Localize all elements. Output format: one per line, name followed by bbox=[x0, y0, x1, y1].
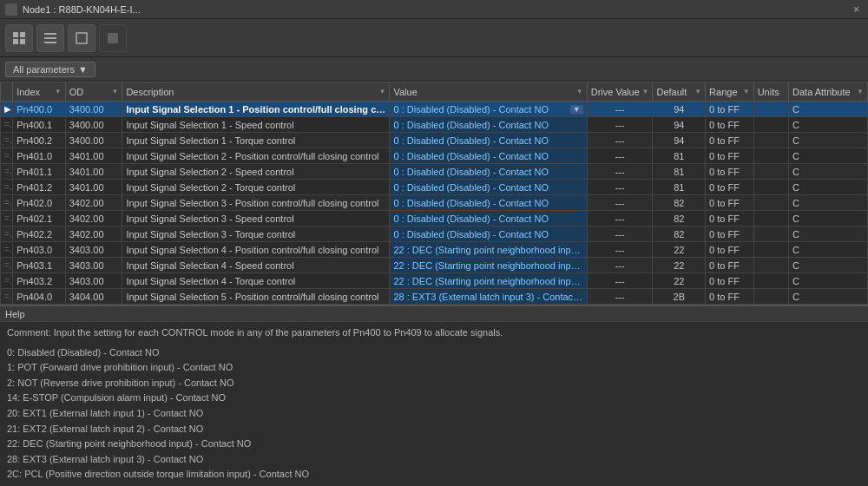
row-value-cell[interactable]: 0 : Disabled (Disabled) - Contact NO bbox=[390, 195, 587, 211]
col-header-drive[interactable]: Drive Value ▼ bbox=[587, 82, 653, 102]
row-value-cell[interactable]: 22 : DEC (Starting point neighborhood in… bbox=[390, 258, 587, 273]
row-index-cell: Pn401.2 bbox=[13, 180, 66, 195]
all-parameters-filter[interactable]: All parameters ▼ bbox=[5, 62, 95, 77]
table-row[interactable]: =Pn401.13401.00Input Signal Selection 2 … bbox=[1, 164, 868, 180]
row-data-attr-cell: C bbox=[789, 258, 868, 273]
row-units-cell bbox=[753, 133, 788, 148]
col-header-range[interactable]: Range ▼ bbox=[706, 82, 754, 102]
filter-label: All parameters bbox=[13, 64, 75, 75]
row-desc-cell: Input Signal Selection 4 - Position cont… bbox=[122, 242, 390, 258]
row-data-attr-cell: C bbox=[789, 211, 868, 227]
svg-rect-4 bbox=[44, 33, 56, 35]
row-marker-cell: = bbox=[1, 117, 13, 133]
row-value-cell[interactable]: 0 : Disabled (Disabled) - Contact NO bbox=[390, 117, 587, 133]
row-od-cell: 3402.00 bbox=[65, 195, 122, 211]
table-row[interactable]: =Pn401.23401.00Input Signal Selection 2 … bbox=[1, 180, 868, 195]
row-default-cell: 82 bbox=[653, 211, 706, 227]
parameters-table: Index ▼ OD ▼ Description ▼ bbox=[0, 82, 868, 305]
row-index-cell: Pn401.1 bbox=[13, 164, 66, 180]
row-od-cell: 3401.00 bbox=[65, 148, 122, 164]
window-title: Node1 : R88D-KN04H-E-I... bbox=[23, 4, 850, 15]
row-od-cell: 3401.00 bbox=[65, 164, 122, 180]
row-default-cell: 94 bbox=[653, 117, 706, 133]
col-header-units[interactable]: Units bbox=[753, 82, 788, 102]
row-range-cell: 0 to FF bbox=[706, 102, 754, 117]
row-od-cell: 3400.00 bbox=[65, 117, 122, 133]
row-drive-cell: --- bbox=[587, 133, 653, 148]
dropdown-arrow-icon[interactable]: ▼ bbox=[570, 105, 583, 114]
row-marker-cell: = bbox=[1, 164, 13, 180]
row-desc-cell: Input Signal Selection 3 - Torque contro… bbox=[122, 227, 390, 242]
table-row[interactable]: =Pn400.13400.00Input Signal Selection 1 … bbox=[1, 117, 868, 133]
table-row[interactable]: =Pn403.13403.00Input Signal Selection 4 … bbox=[1, 258, 868, 273]
index-sort-icon: ▼ bbox=[55, 88, 62, 95]
row-value-cell[interactable]: 28 : EXT3 (External latch input 3) - Con… bbox=[390, 289, 587, 305]
close-button[interactable]: × bbox=[850, 3, 863, 16]
disabled-button[interactable] bbox=[99, 24, 127, 52]
row-value-cell[interactable]: 0 : Disabled (Disabled) - Contact NO bbox=[390, 164, 587, 180]
row-data-attr-cell: C bbox=[789, 289, 868, 305]
row-default-cell: 22 bbox=[653, 273, 706, 289]
data-sort-icon: ▼ bbox=[857, 88, 864, 95]
row-data-attr-cell: C bbox=[789, 164, 868, 180]
row-marker-cell: = bbox=[1, 227, 13, 242]
row-units-cell bbox=[753, 227, 788, 242]
col-header-desc[interactable]: Description ▼ bbox=[122, 82, 390, 102]
row-desc-cell: Input Signal Selection 4 - Speed control bbox=[122, 258, 390, 273]
row-marker-cell: = bbox=[1, 242, 13, 258]
row-od-cell: 3403.00 bbox=[65, 242, 122, 258]
row-desc-cell: Input Signal Selection 2 - Torque contro… bbox=[122, 180, 390, 195]
list-view-button[interactable] bbox=[36, 24, 64, 52]
row-value-cell[interactable]: 0 : Disabled (Disabled) - Contact NO bbox=[390, 227, 587, 242]
row-drive-cell: --- bbox=[587, 289, 653, 305]
table-row[interactable]: =Pn404.03404.00Input Signal Selection 5 … bbox=[1, 289, 868, 305]
table-row[interactable]: =Pn403.03403.00Input Signal Selection 4 … bbox=[1, 242, 868, 258]
parameters-table-container[interactable]: Index ▼ OD ▼ Description ▼ bbox=[0, 82, 868, 305]
table-row[interactable]: ▶Pn400.03400.00Input Signal Selection 1 … bbox=[1, 102, 868, 117]
row-value-cell[interactable]: 0 : Disabled (Disabled) - Contact NO▼ bbox=[390, 102, 587, 117]
row-value-cell[interactable]: 22 : DEC (Starting point neighborhood in… bbox=[390, 273, 587, 289]
col-header-value[interactable]: Value ▼ bbox=[390, 82, 587, 102]
help-list-item: 21: EXT2 (External latch input 2) - Cont… bbox=[7, 422, 861, 437]
value-sort-icon: ▼ bbox=[576, 88, 583, 95]
row-desc-cell: Input Signal Selection 2 - Speed control bbox=[122, 164, 390, 180]
row-index-cell: Pn404.0 bbox=[13, 289, 66, 305]
filter-bar: All parameters ▼ bbox=[0, 57, 868, 82]
row-value-cell[interactable]: 0 : Disabled (Disabled) - Contact NO bbox=[390, 133, 587, 148]
table-row[interactable]: =Pn402.23402.00Input Signal Selection 3 … bbox=[1, 227, 868, 242]
table-row[interactable]: =Pn403.23403.00Input Signal Selection 4 … bbox=[1, 273, 868, 289]
table-row[interactable]: =Pn402.03402.00Input Signal Selection 3 … bbox=[1, 195, 868, 211]
row-od-cell: 3403.00 bbox=[65, 273, 122, 289]
row-value-cell[interactable]: 0 : Disabled (Disabled) - Contact NO bbox=[390, 211, 587, 227]
row-value-cell[interactable]: 22 : DEC (Starting point neighborhood in… bbox=[390, 242, 587, 258]
col-header-marker bbox=[1, 82, 13, 102]
row-desc-cell: Input Signal Selection 4 - Torque contro… bbox=[122, 273, 390, 289]
table-row[interactable]: =Pn400.23400.00Input Signal Selection 1 … bbox=[1, 133, 868, 148]
row-value-cell[interactable]: 0 : Disabled (Disabled) - Contact NO bbox=[390, 148, 587, 164]
col-header-index[interactable]: Index ▼ bbox=[13, 82, 66, 102]
row-value-cell[interactable]: 0 : Disabled (Disabled) - Contact NO bbox=[390, 180, 587, 195]
col-header-data[interactable]: Data Attribute ▼ bbox=[789, 82, 868, 102]
row-index-cell: Pn403.1 bbox=[13, 258, 66, 273]
row-default-cell: 81 bbox=[653, 164, 706, 180]
od-sort-icon: ▼ bbox=[111, 88, 118, 95]
table-row[interactable]: =Pn402.13402.00Input Signal Selection 3 … bbox=[1, 211, 868, 227]
help-list-item: 20: EXT1 (External latch input 1) - Cont… bbox=[7, 406, 861, 422]
col-header-default[interactable]: Default ▼ bbox=[653, 82, 706, 102]
svg-rect-2 bbox=[13, 39, 18, 44]
row-od-cell: 3400.00 bbox=[65, 133, 122, 148]
row-data-attr-cell: C bbox=[789, 227, 868, 242]
row-drive-cell: --- bbox=[587, 164, 653, 180]
range-sort-icon: ▼ bbox=[743, 88, 750, 95]
row-default-cell: 94 bbox=[653, 102, 706, 117]
row-desc-cell: Input Signal Selection 5 - Position cont… bbox=[122, 289, 390, 305]
row-marker-cell: = bbox=[1, 273, 13, 289]
row-od-cell: 3402.00 bbox=[65, 227, 122, 242]
col-header-od[interactable]: OD ▼ bbox=[65, 82, 122, 102]
row-drive-cell: --- bbox=[587, 117, 653, 133]
row-default-cell: 81 bbox=[653, 180, 706, 195]
svg-rect-8 bbox=[108, 33, 118, 43]
grid-view-button[interactable] bbox=[5, 24, 33, 52]
table-row[interactable]: =Pn401.03401.00Input Signal Selection 2 … bbox=[1, 148, 868, 164]
box-view-button[interactable] bbox=[68, 24, 95, 52]
